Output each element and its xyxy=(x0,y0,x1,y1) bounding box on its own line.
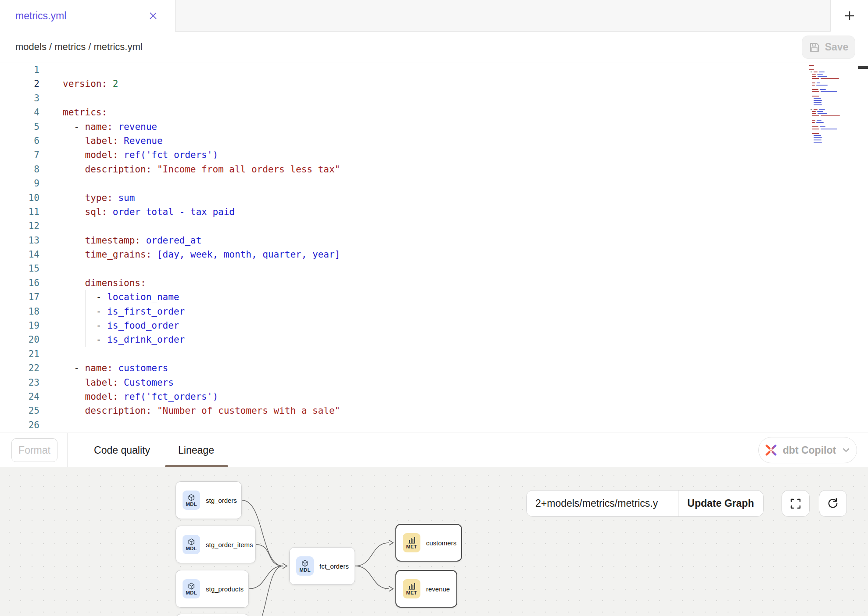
code-line-4[interactable]: 4metrics: xyxy=(0,105,807,119)
code-text: metrics: xyxy=(63,105,107,119)
app-window: metrics.yml models / metrics / metrics.y… xyxy=(0,0,868,616)
lineage-node-stg_products[interactable]: MDLstg_products xyxy=(176,570,249,608)
line-number: 17 xyxy=(0,290,39,304)
line-number: 3 xyxy=(0,91,39,105)
code-line-9[interactable]: 9 xyxy=(0,176,807,190)
line-number: 19 xyxy=(0,319,39,333)
code-line-17[interactable]: 17 - location_name xyxy=(0,290,807,304)
copilot-label: dbt Copilot xyxy=(783,444,836,456)
code-line-2[interactable]: 2version: 2 xyxy=(0,77,807,91)
node-label: stg_order_items xyxy=(206,541,253,548)
indent-guide xyxy=(74,418,74,432)
line-number: 25 xyxy=(0,404,39,418)
refresh-icon xyxy=(826,497,839,510)
code-line-10[interactable]: 10 type: sum xyxy=(0,191,807,205)
toolbar-divider xyxy=(67,433,68,467)
code-line-21[interactable]: 21 xyxy=(0,347,807,361)
code-editor[interactable]: 12version: 234metrics:5 - name: revenue6… xyxy=(0,63,868,433)
minimap[interactable] xyxy=(809,64,857,231)
line-number: 16 xyxy=(0,276,39,290)
line-number: 14 xyxy=(0,247,39,261)
code-text: label: Customers xyxy=(63,376,174,390)
code-text: version: 2 xyxy=(63,77,118,91)
code-line-14[interactable]: 14 time_grains: [day, week, month, quart… xyxy=(0,247,807,261)
line-number: 20 xyxy=(0,333,39,347)
code-text: model: ref('fct_orders') xyxy=(63,148,218,162)
lineage-node-fct_orders[interactable]: MDLfct_orders xyxy=(289,547,355,585)
lineage-node-stg_orders[interactable]: MDLstg_orders xyxy=(176,481,242,519)
tab-lineage[interactable]: Lineage xyxy=(178,433,214,467)
code-text: - is_first_order xyxy=(63,304,185,319)
node-label: customers xyxy=(426,539,456,547)
indent-guide xyxy=(63,176,63,190)
save-icon xyxy=(809,42,820,53)
code-line-7[interactable]: 7 model: ref('fct_orders') xyxy=(0,148,807,162)
code-line-19[interactable]: 19 - is_food_order xyxy=(0,319,807,333)
code-line-13[interactable]: 13 timestamp: ordered_at xyxy=(0,233,807,247)
code-text: dimensions: xyxy=(63,276,146,290)
code-line-22[interactable]: 22 - name: customers xyxy=(0,361,807,375)
format-button[interactable]: Format xyxy=(11,438,57,462)
new-tab-button[interactable] xyxy=(830,0,868,32)
model-icon: MDL xyxy=(183,491,200,510)
code-text: description: "Income from all orders les… xyxy=(63,162,340,176)
code-line-20[interactable]: 20 - is_drink_order xyxy=(0,333,807,347)
code-text: - name: revenue xyxy=(63,120,157,134)
code-line-18[interactable]: 18 - is_first_order xyxy=(0,304,807,319)
dbt-copilot-button[interactable]: dbt Copilot xyxy=(758,437,857,463)
indent-guide xyxy=(63,418,63,432)
line-number: 12 xyxy=(0,219,39,233)
code-line-1[interactable]: 1 xyxy=(0,63,807,77)
line-number: 6 xyxy=(0,134,39,148)
code-line-25[interactable]: 25 description: "Number of customers wit… xyxy=(0,404,807,418)
line-number: 2 xyxy=(0,77,39,91)
tab-bar: metrics.yml xyxy=(0,0,868,32)
code-line-11[interactable]: 11 sql: order_total - tax_paid xyxy=(0,205,807,219)
code-text: model: ref('fct_orders') xyxy=(63,390,218,404)
update-graph-button[interactable]: Update Graph xyxy=(678,491,763,516)
indent-guide xyxy=(63,261,63,276)
code-line-3[interactable]: 3 xyxy=(0,91,807,105)
dbt-copilot-icon xyxy=(764,444,778,457)
code-line-8[interactable]: 8 description: "Income from all orders l… xyxy=(0,162,807,176)
code-text: label: Revenue xyxy=(63,134,163,148)
code-line-26[interactable]: 26 xyxy=(0,418,807,432)
model-icon: MDL xyxy=(183,579,200,598)
indent-guide xyxy=(74,176,74,190)
breadcrumb: models / metrics / metrics.yml xyxy=(15,41,143,53)
lineage-node-revenue[interactable]: METrevenue xyxy=(395,570,457,608)
lineage-selector-input[interactable] xyxy=(527,491,678,516)
code-line-12[interactable]: 12 xyxy=(0,219,807,233)
code-line-15[interactable]: 15 xyxy=(0,261,807,276)
line-number: 5 xyxy=(0,120,39,134)
code-line-6[interactable]: 6 label: Revenue xyxy=(0,134,807,148)
node-label: stg_products xyxy=(206,585,244,593)
fullscreen-button[interactable] xyxy=(782,490,810,517)
code-line-24[interactable]: 24 model: ref('fct_orders') xyxy=(0,390,807,404)
node-label: revenue xyxy=(426,585,450,593)
code-line-5[interactable]: 5 - name: revenue xyxy=(0,120,807,134)
lineage-node-hidden_model[interactable]: MDL xyxy=(176,614,250,616)
refresh-button[interactable] xyxy=(819,490,847,517)
indent-guide xyxy=(63,347,63,361)
close-icon[interactable] xyxy=(148,11,158,21)
line-number: 24 xyxy=(0,390,39,404)
model-icon: MDL xyxy=(183,535,200,554)
code-text: - location_name xyxy=(63,290,179,304)
scrollbar-handle[interactable] xyxy=(858,66,868,69)
code-line-16[interactable]: 16 dimensions: xyxy=(0,276,807,290)
tab-metrics-yml[interactable]: metrics.yml xyxy=(0,0,176,32)
code-line-23[interactable]: 23 label: Customers xyxy=(0,376,807,390)
code-text: - is_food_order xyxy=(63,319,179,333)
plus-icon xyxy=(843,9,856,22)
node-label: fct_orders xyxy=(319,562,349,570)
lineage-node-stg_order_items[interactable]: MDLstg_order_items xyxy=(176,526,256,563)
line-number: 13 xyxy=(0,233,39,247)
save-button[interactable]: Save xyxy=(802,36,855,59)
lineage-panel[interactable]: MDLstg_ordersMDLstg_order_itemsMDLstg_pr… xyxy=(0,467,868,616)
tab-code-quality[interactable]: Code quality xyxy=(92,433,152,467)
indent-guide xyxy=(74,219,74,233)
line-number: 23 xyxy=(0,376,39,390)
line-number: 10 xyxy=(0,191,39,205)
lineage-node-customers[interactable]: METcustomers xyxy=(395,524,462,562)
